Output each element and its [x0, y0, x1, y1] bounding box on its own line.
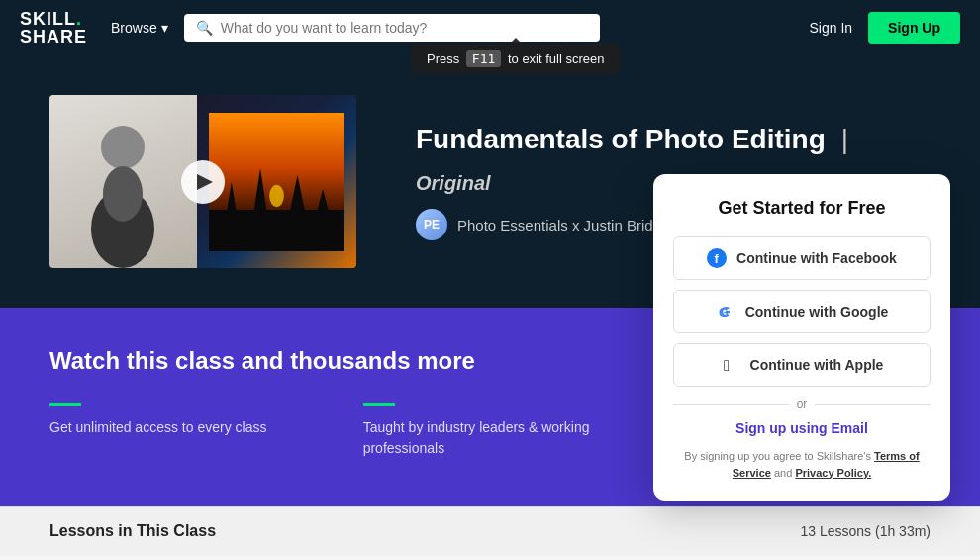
logo-share: SHARE: [20, 28, 87, 46]
header: SKILL. SHARE Browse ▾ 🔍 Press F11 to exi…: [0, 0, 980, 55]
video-left: [49, 95, 197, 268]
terms-text: By signing up you agree to Skillshare's …: [673, 448, 931, 481]
svg-point-2: [103, 166, 143, 222]
logo: SKILL. SHARE: [20, 10, 87, 46]
svg-text:f: f: [715, 251, 720, 266]
google-icon: G G: [716, 302, 735, 322]
sign-in-button[interactable]: Sign In: [810, 20, 853, 36]
feature-item-2: Taught by industry leaders & working pro…: [363, 403, 618, 459]
original-badge: Original: [416, 171, 491, 195]
lessons-title: Lessons in This Class: [49, 522, 216, 540]
facebook-icon: f: [707, 248, 727, 268]
terms-prefix: By signing up you agree to Skillshare's: [684, 450, 871, 462]
course-title: Fundamentals of Photo Editing: [416, 123, 826, 156]
play-icon: [197, 174, 213, 190]
lessons-count: 13 Lessons (1h 33m): [800, 523, 931, 539]
play-button[interactable]: [181, 160, 225, 204]
author-name: Photo Essentials x Justin Bridges: [457, 217, 677, 233]
svg-point-0: [101, 126, 145, 169]
author-avatar: PE: [416, 209, 447, 240]
search-bar: 🔍: [184, 14, 600, 42]
svg-point-9: [269, 184, 284, 206]
apple-signup-button[interactable]:  Continue with Apple: [673, 343, 931, 387]
feature-text-2: Taught by industry leaders & working pro…: [363, 418, 618, 459]
facebook-signup-button[interactable]: f Continue with Facebook: [673, 236, 931, 280]
facebook-label: Continue with Facebook: [736, 250, 897, 266]
apple-label: Continue with Apple: [750, 357, 884, 373]
privacy-policy-link[interactable]: Privacy Policy.: [795, 467, 871, 479]
lessons-footer: Lessons in This Class 13 Lessons (1h 33m…: [0, 506, 980, 556]
person-silhouette: [49, 95, 197, 268]
feature-item-1: Get unlimited access to every class: [49, 403, 304, 459]
divider-line-left: [673, 404, 789, 405]
divider-line-right: [815, 404, 931, 405]
google-label: Continue with Google: [745, 304, 889, 320]
search-input[interactable]: [221, 20, 588, 36]
signup-card: Get Started for Free f Continue with Fac…: [653, 174, 950, 501]
apple-icon: : [721, 355, 740, 375]
hero-section: Fundamentals of Photo Editing | Original…: [0, 55, 980, 308]
or-divider: or: [673, 397, 931, 411]
feature-line-2: [363, 403, 395, 406]
search-icon: 🔍: [196, 20, 213, 36]
sign-up-button[interactable]: Sign Up: [868, 12, 960, 44]
email-signup-button[interactable]: Sign up using Email: [673, 420, 931, 436]
signup-card-title: Get Started for Free: [673, 198, 931, 219]
title-separator: |: [841, 123, 848, 156]
feature-line-1: [49, 403, 81, 406]
logo-skill: SKILL.: [20, 10, 87, 28]
chevron-down-icon: ▾: [161, 20, 168, 36]
terms-and: and: [774, 467, 792, 479]
laptop-screen: [209, 113, 344, 251]
or-text: or: [797, 397, 808, 411]
video-thumbnail[interactable]: [49, 95, 356, 268]
svg-text:: : [724, 357, 730, 374]
google-signup-button[interactable]: G G Continue with Google: [673, 290, 931, 333]
feature-text-1: Get unlimited access to every class: [49, 418, 304, 438]
header-right: Sign In Sign Up: [810, 12, 960, 44]
browse-button[interactable]: Browse ▾: [111, 20, 168, 36]
logo-dot: .: [76, 9, 82, 29]
browse-label: Browse: [111, 20, 157, 36]
fullscreen-tooltip: Press F11 to exit full screen: [411, 44, 620, 74]
svg-rect-4: [209, 210, 344, 251]
